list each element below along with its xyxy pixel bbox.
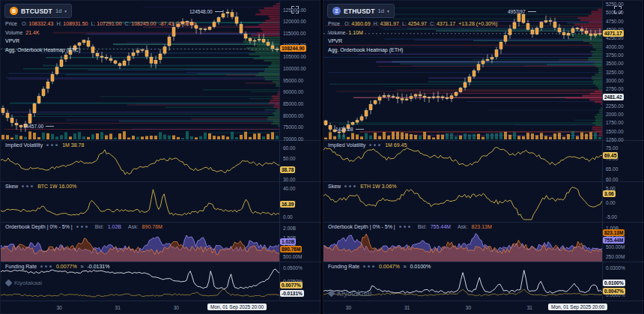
timeframe-selector[interactable]: 1d (55, 7, 61, 14)
divider (323, 140, 644, 141)
axis-tick: 3750.00 (606, 52, 624, 57)
axis-tick: 115000.00 (283, 31, 306, 36)
axis-tick: 0.0500% (283, 265, 303, 271)
axis-tick: 75000.00 (283, 124, 303, 130)
axis-tick: 0.0300% (606, 265, 625, 271)
crosshair-date-badge: Mon, 01 Sep 2025 20:00 (548, 304, 607, 310)
skew-value-badge: 3.06 (603, 190, 616, 197)
axis-tick: 3250.00 (606, 69, 624, 74)
divider (1, 140, 321, 141)
last-price-badge: 4371.17 (603, 30, 624, 37)
time-tick: 31 (404, 305, 410, 310)
axis-tick: 60.00 (606, 177, 618, 182)
time-tick: 30 (346, 305, 351, 310)
iv-value-badge: 69.45 (603, 152, 618, 159)
heatmap-label: Agg. Orderbook Heatmap (ETH) (328, 46, 497, 55)
axis-tick: 65.00 (606, 166, 618, 172)
indicator-toggle-icons[interactable] (46, 144, 58, 146)
divider (323, 181, 644, 182)
indicator-toggle-icons[interactable] (369, 144, 381, 146)
symbol-selector[interactable]: B BTCUSDT 1d ▾ (4, 4, 72, 18)
kiyotaka-watermark: Kiyotakaai (329, 289, 371, 298)
axis-tick: 1250.00 (606, 137, 624, 142)
axis-tick: 2.00B (283, 226, 296, 231)
axis-tick: 60.00 (283, 145, 295, 151)
time-tick: 30 (466, 305, 471, 310)
axis-tick: 80000.00 (283, 112, 303, 118)
divider (1, 181, 321, 182)
axis-tick: -5.00 (606, 214, 617, 220)
time-tick: 30 (56, 305, 61, 310)
axis-tick: 500.00M (606, 244, 625, 250)
ohlc-legend: PriceO: 4360.69H: 4381.97L: 4254.97C: 43… (328, 19, 497, 54)
high-price-marker: 4957.97 (508, 9, 536, 14)
timeframe-selector[interactable]: 1d (378, 7, 384, 14)
low-price-marker: 1425.08 (335, 127, 364, 132)
chevron-down-icon: ▾ (387, 9, 389, 13)
axis-tick: 85000.00 (283, 101, 303, 106)
chevron-down-icon: ▾ (64, 9, 67, 13)
indicator-toggle-icons[interactable] (76, 226, 88, 228)
volume-row: Volume 21.4K (5, 28, 195, 37)
symbol-selector[interactable]: Ξ ETHUSDT 1d ▾ (327, 4, 395, 18)
symbol-label: BTCUSDT (21, 7, 52, 15)
bid-depth-badge: 755.44M (603, 237, 625, 244)
axis-tick: 250.00M (606, 254, 625, 259)
fullscreen-icon[interactable] (291, 6, 299, 13)
implied-volatility-header: Implied Volatility 1M 38.78 (5, 142, 84, 148)
axis-tick: 0.00 (606, 200, 616, 205)
time-axis[interactable]: 30313031 Mon, 01 Sep 2025 20:00 (323, 301, 644, 314)
kiyotaka-logo-icon (5, 280, 13, 287)
axis-tick: 90000.00 (283, 89, 303, 94)
btc-coin-icon: B (10, 7, 18, 15)
axis-tick: 500.00M (283, 254, 302, 259)
funding-rate-header: Funding Rate 0.0047% ≈ 0.0100% (328, 264, 431, 269)
divider (1, 262, 321, 262)
axis-tick: 2750.00 (606, 86, 624, 91)
axis-tick: 2000.00 (606, 112, 624, 117)
eth-coin-icon: Ξ (332, 7, 341, 15)
indicator-toggle-icons[interactable] (22, 185, 34, 187)
axis-tick: 3500.00 (606, 61, 624, 66)
skew-header: Skew BTC 1W 16.00% (5, 184, 76, 189)
price-row: PriceO: 4360.69H: 4381.97L: 4254.97C: 43… (328, 19, 497, 28)
axis-tick: 4750.00 (606, 18, 624, 23)
funding-secondary-badge: -0.0131% (280, 290, 304, 297)
high-price-marker: 124548.00 (189, 9, 223, 14)
vpvr-label: VPVR (328, 37, 497, 46)
axis-tick: 50.00 (283, 156, 295, 161)
orderbook-depth-header: Orderbook Depth | 0% - 5% | Bid:1.02B As… (5, 224, 162, 229)
time-tick: 31 (115, 305, 121, 310)
axis-tick: 70000.00 (283, 136, 303, 142)
iv-value-badge: 38.78 (280, 166, 295, 173)
axis-tick: 130000.00 (283, 0, 306, 1)
fullscreen-icon[interactable] (614, 6, 622, 13)
bid-depth-badge: 1.02B (280, 238, 296, 245)
axis-tick: 75.00 (606, 145, 618, 151)
divider (1, 222, 321, 223)
kiyotaka-logo-icon (328, 290, 335, 298)
axis-tick: 105000.00 (283, 54, 306, 59)
divider (323, 262, 644, 262)
volume-row: Volume 1.10M (328, 28, 497, 37)
axis-tick: 40.00 (283, 186, 295, 191)
indicator-toggle-icons[interactable] (40, 265, 52, 268)
price-axis[interactable]: 5250.005000.004750.004500.004250.004000.… (602, 1, 644, 300)
ask-depth-badge: 890.76M (280, 246, 302, 253)
indicator-toggle-icons[interactable] (399, 226, 411, 228)
ask-depth-badge: 823.13M (603, 229, 625, 236)
symbol-label: ETHUSDT (344, 7, 375, 15)
time-axis[interactable]: 30313031 Mon, 01 Sep 2025 20:00 (1, 301, 321, 314)
funding-secondary-badge: 0.0047% (603, 288, 625, 295)
axis-tick: 4000.00 (606, 43, 624, 49)
skew-header: Skew ETH 1W 3.06% (328, 184, 396, 189)
indicator-toggle-icons[interactable] (344, 185, 356, 187)
time-tick: 30 (174, 305, 179, 310)
funding-rate-header: Funding Rate 0.0077% ≈ -0.0131% (5, 264, 109, 269)
axis-tick: 30.00 (283, 177, 295, 182)
skew-value-badge: 16.39 (280, 201, 295, 208)
funding-badge: 0.0077% (280, 282, 303, 289)
ohlc-legend: PriceO: 108332.43H: 108931.50L: 107291.0… (5, 19, 195, 54)
indicator-toggle-icons[interactable] (363, 265, 375, 268)
poc-price-badge: 2481.42 (603, 94, 624, 100)
